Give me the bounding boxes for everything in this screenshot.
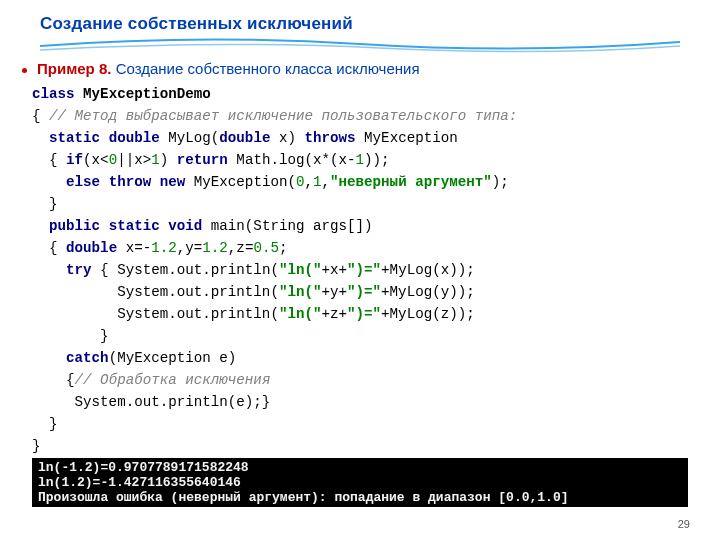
page-number: 29: [678, 518, 690, 530]
console-line: Произошла ошибка (неверный аргумент): по…: [38, 490, 569, 505]
example-text: Создание собственного класса исключения: [116, 60, 420, 77]
console-line: ln(-1.2)=0.9707789171582248: [38, 460, 249, 475]
code-block: class MyExceptionDemo { // Метод выбрасы…: [32, 83, 680, 457]
bullet-icon: [22, 68, 27, 73]
slide-title: Создание собственных исключений: [40, 14, 680, 34]
console-line: ln(1.2)=-1.427116355640146: [38, 475, 241, 490]
swoosh-icon: [40, 36, 680, 58]
example-label: Пример 8.: [37, 60, 111, 77]
slide: Создание собственных исключений Пример 8…: [0, 0, 720, 540]
title-underline: [40, 36, 680, 58]
subtitle-line: Пример 8. Создание собственного класса и…: [40, 60, 680, 77]
console-output: ln(-1.2)=0.9707789171582248 ln(1.2)=-1.4…: [32, 458, 688, 507]
